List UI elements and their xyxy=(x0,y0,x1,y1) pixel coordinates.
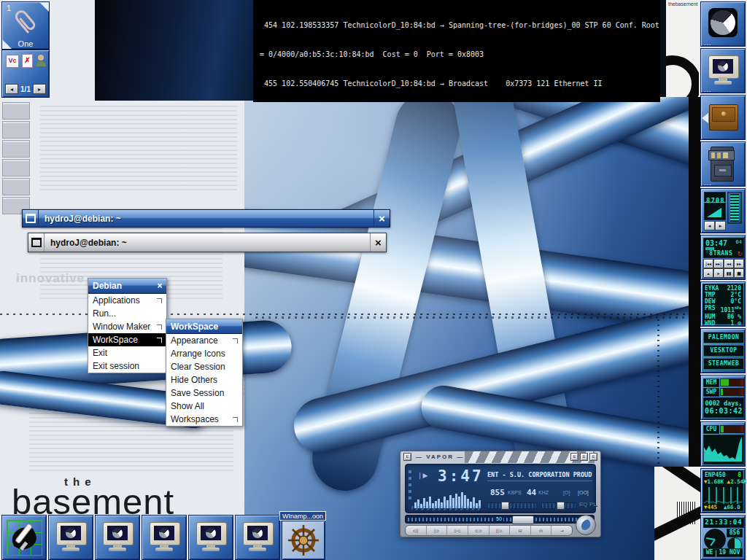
menu-item-exit-session[interactable]: Exit session xyxy=(88,359,166,373)
terminal-monitor-icon xyxy=(707,55,739,87)
window-title: hydroJ@debian: ~ xyxy=(39,210,374,227)
dock-app-file-cabinet[interactable]: ... xyxy=(700,141,746,187)
shuffle-button[interactable]: ılı xyxy=(531,526,552,535)
window-titlebar-inactive[interactable]: hydroJ@debian: ~ × xyxy=(28,233,387,252)
workspace-submenu-titlebar[interactable]: WorkSpace xyxy=(166,319,242,334)
clock-time-display: 21:33:04 xyxy=(703,518,744,528)
player-rew-button[interactable]: ◂◂ xyxy=(724,259,734,268)
stop-button[interactable]: ⊂⊃ xyxy=(468,526,489,535)
player-display: 03:47 04 *8TRANS ↻ xyxy=(703,238,744,258)
submenu-arrow-icon xyxy=(157,324,162,330)
player-track-no: 04 xyxy=(736,239,742,245)
dock-app-terminal-5[interactable] xyxy=(188,515,233,560)
miniaturize-button[interactable] xyxy=(23,210,39,227)
drawer-arrow-icon[interactable] xyxy=(702,113,708,123)
menu-item-arrange-icons[interactable]: Arrange Icons xyxy=(166,347,242,360)
running-dots: ... xyxy=(704,88,712,91)
dock-app-player[interactable]: 03:47 04 *8TRANS ↻ |◂◂ ▸▸| ◂◂ ▸▸ ▴ ▸ ▮▮ … xyxy=(700,235,746,280)
menu-item-applications[interactable]: Applications xyxy=(88,294,166,307)
dock-app-terminal-4[interactable] xyxy=(142,515,187,560)
time-display: 3:47 xyxy=(438,467,484,485)
dock-app-weather[interactable]: EYKA2120 TMP2°C DEW0°C PRS1011hPa HUM86 … xyxy=(700,281,746,327)
wallpaper-thumbnail xyxy=(2,102,30,120)
clutterbar[interactable] xyxy=(409,470,411,499)
vc-app-icon[interactable]: Vc xyxy=(6,55,19,68)
menu-item-appearance[interactable]: Appearance xyxy=(166,334,242,347)
mixer-volume-wedge[interactable] xyxy=(704,203,726,220)
dock-app-drawer[interactable] xyxy=(700,95,746,140)
swap-meter xyxy=(720,388,744,396)
pause-button[interactable]: ⊃⊂ xyxy=(447,526,468,535)
terminal-line: 454 102.198533357 TechnicolorD_10:84:bd … xyxy=(255,20,660,30)
eject-button[interactable]: ⊟ xyxy=(510,526,531,535)
menu-item-clear-session[interactable]: Clear Session xyxy=(166,360,242,373)
dock-app-memory[interactable]: MEM SWP 0002 days, 06:03:42 xyxy=(700,375,746,420)
menu-item-save-session[interactable]: Save Session xyxy=(166,386,242,400)
position-handle[interactable] xyxy=(512,516,534,524)
dock-app-network[interactable]: ENP450 8 ▼1.68K ▲2.54K ▼445 ▲66.0 xyxy=(700,468,746,513)
terminal-window[interactable]: 454 102.198533357 TechnicolorD_10:84:bd … xyxy=(253,0,660,102)
dock-app-cpu[interactable]: CPU xyxy=(700,421,746,467)
winamp-close-button[interactable]: E xyxy=(589,453,597,461)
workspace-clip[interactable]: 1 One xyxy=(1,1,50,50)
pager-next-button[interactable]: ▸ xyxy=(33,84,46,94)
close-button[interactable]: × xyxy=(370,233,386,252)
winamp-titlebar[interactable]: E — VAPOR — E E E xyxy=(400,451,600,462)
wallpaper-thumbnail xyxy=(2,140,30,158)
menu-item-window-maker[interactable]: Window Maker xyxy=(88,320,166,333)
dock-app-terminal-2[interactable] xyxy=(48,515,93,560)
window-titlebar-active[interactable]: hydroJ@debian: ~ × xyxy=(22,209,390,228)
dock-app-terminal-6[interactable] xyxy=(235,515,280,560)
document-x-icon[interactable]: ✗ xyxy=(22,54,33,68)
winamp-minimize-button[interactable]: E xyxy=(570,453,578,461)
cpu-meter xyxy=(720,425,744,433)
clip-corner-next[interactable] xyxy=(39,2,49,12)
player-prev-button[interactable]: |◂◂ xyxy=(703,259,713,268)
menu-close-button[interactable]: × xyxy=(153,281,166,291)
player-eject-button[interactable]: ▴ xyxy=(703,268,713,278)
balance-slider[interactable] xyxy=(487,502,537,509)
eq-button[interactable]: EQ xyxy=(579,501,588,508)
volume-slider[interactable] xyxy=(541,502,576,509)
player-play-button[interactable]: ▸ xyxy=(713,268,724,278)
dock-app-gnustep[interactable]: ... xyxy=(700,1,746,47)
miniaturize-button[interactable] xyxy=(28,233,44,252)
play-button[interactable]: |⊃ xyxy=(427,526,448,535)
position-bar[interactable]: 50 100 xyxy=(405,515,595,524)
dock-app-terminal[interactable]: ... xyxy=(700,48,746,93)
menu-item-workspaces[interactable]: Workspaces xyxy=(166,413,242,426)
wallpaper-text-block xyxy=(40,106,237,193)
player-next-button[interactable]: ▸▸| xyxy=(713,259,724,268)
dock-app-winamp[interactable] xyxy=(282,521,325,560)
dock-app-tools[interactable] xyxy=(1,515,47,560)
mixer-left-button[interactable]: ◂ xyxy=(704,221,715,230)
menu-item-hide-others[interactable]: Hide Others xyxy=(166,373,242,386)
winamp-menu-button[interactable]: E xyxy=(403,453,411,461)
menu-item-show-all[interactable]: Show All xyxy=(166,400,242,413)
menu-item-run[interactable]: Run... xyxy=(88,307,166,320)
repeat-button[interactable]: → xyxy=(551,526,572,535)
menu-item-workspace[interactable]: WorkSpace xyxy=(88,333,166,346)
player-ffwd-button[interactable]: ▸▸ xyxy=(734,259,744,268)
dock-app-mixer[interactable]: 8708 ◂ ▸ xyxy=(700,188,746,233)
dock-app-terminal-3[interactable] xyxy=(95,515,140,560)
next-button[interactable]: ||⊃ xyxy=(489,526,511,535)
mixer-right-button[interactable]: ▸ xyxy=(715,221,726,230)
user-bust-icon[interactable] xyxy=(36,55,46,66)
pl-button[interactable]: PL xyxy=(589,501,597,508)
winamp-shade-button[interactable]: E xyxy=(580,453,588,461)
launcher-button-vesktop[interactable]: VESKTOP xyxy=(703,345,744,357)
winamp-logo-button[interactable] xyxy=(576,515,596,535)
launcher-button-palemoon[interactable]: PALEMOON xyxy=(703,332,744,343)
file-cabinet-icon xyxy=(711,147,734,182)
close-button[interactable]: × xyxy=(374,210,390,227)
wallpaper-thumbnail xyxy=(2,159,30,176)
prev-button[interactable]: c|| xyxy=(406,526,427,535)
menu-item-exit[interactable]: Exit xyxy=(88,346,166,359)
player-pause-button[interactable]: ▮▮ xyxy=(724,268,734,278)
launcher-button-steamweb[interactable]: STEAMWEB xyxy=(703,358,744,370)
dock-app-clock[interactable]: 21:33:04 856 WE 19 NOV xyxy=(700,515,746,560)
player-stop-button[interactable]: ■ xyxy=(734,268,744,278)
samplerate-value: 44 xyxy=(527,488,536,497)
debian-menu-titlebar[interactable]: Debian × xyxy=(88,279,166,294)
